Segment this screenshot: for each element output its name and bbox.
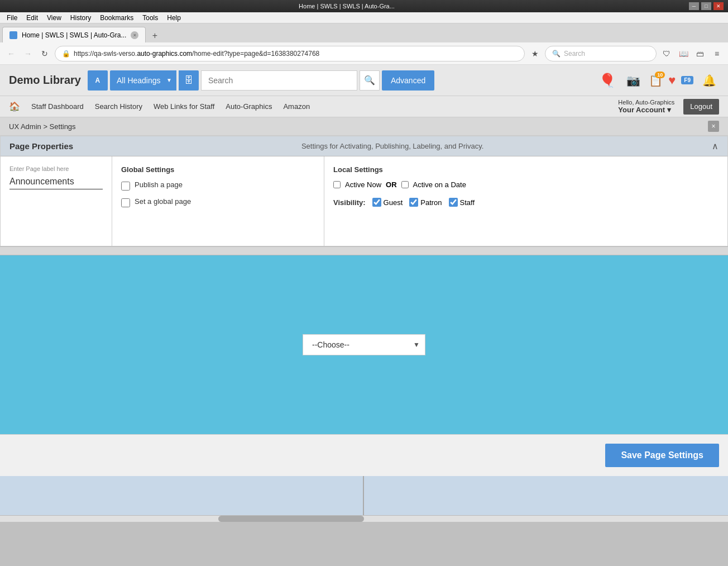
chevron-down-icon: ▾ [667,106,671,114]
browser-tabbar: Home | SWLS | SWLS | Auto-Gra... × + [0,23,728,42]
bell-icon[interactable]: 🔔 [699,70,719,91]
nav-staff-dashboard[interactable]: Staff Dashboard [27,100,88,113]
new-tab-button[interactable]: + [148,29,161,42]
page-properties-title: Page Properties [9,141,73,151]
menu-bookmarks[interactable]: Bookmarks [95,12,138,23]
url-bar[interactable]: 🔒 https://qa-swls-verso.auto-graphics.co… [55,46,525,61]
page-label-hint: Enter Page label here [9,165,103,172]
staff-label: Staff [460,198,475,207]
forward-button[interactable]: → [21,47,35,60]
global-page-checkbox[interactable] [121,198,130,207]
publish-checkbox[interactable] [121,182,130,191]
reload-button[interactable]: ↻ [38,47,51,60]
search-input[interactable] [201,70,357,91]
heart-icon-with-badge[interactable]: ♥ [668,73,676,88]
home-icon[interactable]: 🏠 [9,101,20,112]
bookmark-star-icon[interactable]: ★ [528,47,542,60]
divider-section [0,246,728,255]
staff-checkbox[interactable] [449,198,458,207]
search-placeholder-text: Search [564,50,585,58]
menu-view[interactable]: View [42,12,66,23]
active-on-date-checkbox[interactable] [401,181,409,188]
search-bar[interactable]: 🔍 Search [545,46,657,61]
breadcrumb-close-button[interactable]: × [708,121,719,132]
list-badge: 10 [655,72,665,78]
tab-title: Home | SWLS | SWLS | Auto-Gra... [22,31,126,39]
app-logo: Demo Library [9,74,81,87]
url-prefix: https://qa-swls-verso. [74,50,137,58]
maximize-btn[interactable]: □ [701,2,711,10]
header-icons: 🎈 📷 📋 10 ♥ F9 🔔 [597,70,719,91]
tab-close-icon[interactable]: × [131,31,138,39]
collapse-button[interactable]: ∧ [712,141,719,151]
minimize-btn[interactable]: ─ [689,2,699,10]
browser-menubar: File Edit View History Bookmarks Tools H… [0,12,728,23]
global-settings-title: Global Settings [121,165,315,174]
url-domain: auto-graphics.com [137,50,192,58]
heading-dropdown-wrapper: All Headings Title Author Subject [110,70,176,91]
save-page-settings-button[interactable]: Save Page Settings [605,444,719,467]
your-account-link[interactable]: Your Account ▾ [618,106,674,114]
extensions-icon[interactable]: ≡ [710,47,724,60]
camera-icon[interactable]: 📷 [623,70,643,91]
database-icon[interactable]: 🗄 [179,70,199,91]
heading-icon: A [88,70,108,91]
list-icon-with-badge[interactable]: 📋 10 [649,74,663,87]
guest-checkbox-row: Guest [372,198,403,207]
titlebar-title: Home | SWLS | SWLS | Auto-Gra... [4,3,689,9]
publish-label: Publish a page [135,180,183,189]
scrollbar-thumb[interactable] [218,516,364,522]
menu-edit[interactable]: Edit [22,12,42,23]
app-wrapper: Demo Library A All Headings Title Author… [0,65,728,522]
local-settings-title: Local Settings [333,165,719,174]
advanced-button[interactable]: Advanced [382,70,434,91]
blue-content-area: --Choose-- Option 1 Option 2 Option 3 [0,255,728,434]
page-properties-body: Enter Page label here Global Settings Pu… [1,156,727,246]
security-icon: 🔒 [62,50,70,58]
bottom-panels [0,476,728,515]
nav-auto-graphics[interactable]: Auto-Graphics [221,100,276,113]
guest-checkbox[interactable] [372,198,381,207]
local-settings-section: Local Settings Active Now OR Active on a… [324,156,727,246]
or-text: OR [386,180,397,189]
nav-amazon[interactable]: Amazon [279,100,314,113]
breadcrumb-bar: UX Admin > Settings × [0,117,728,136]
browser-tab-active[interactable]: Home | SWLS | SWLS | Auto-Gra... × [2,27,146,42]
bottom-panel-right [364,476,728,515]
menu-tools[interactable]: Tools [138,12,162,23]
page-properties-panel: Page Properties Settings for Activating,… [0,136,728,246]
close-btn[interactable]: ✕ [713,2,724,10]
menu-history[interactable]: History [66,12,95,23]
f9-badge: F9 [681,76,693,84]
choose-dropdown-wrapper: --Choose-- Option 1 Option 2 Option 3 [303,334,425,355]
reader-view-icon[interactable]: 📖 [677,47,690,60]
app-header: Demo Library A All Headings Title Author… [0,65,728,96]
nav-search-history[interactable]: Search History [90,100,147,113]
menu-help[interactable]: Help [162,12,185,23]
visibility-row: Visibility: Guest Patron Staff [333,198,719,207]
url-path: /home-edit?type=page&d=1638380274768 [192,50,319,58]
app-nav: 🏠 Staff Dashboard Search History Web Lin… [0,96,728,117]
active-now-checkbox[interactable] [333,181,341,188]
heading-dropdown[interactable]: All Headings Title Author Subject [110,70,176,91]
horizontal-scrollbar[interactable] [0,515,728,522]
shield-icon[interactable]: 🛡 [660,47,673,60]
patron-checkbox[interactable] [409,198,418,207]
nav-web-links[interactable]: Web Links for Staff [149,100,219,113]
balloon-icon[interactable]: 🎈 [597,70,617,91]
menu-file[interactable]: File [2,12,22,23]
search-area: A All Headings Title Author Subject 🗄 🔍 … [88,70,591,91]
search-button[interactable]: 🔍 [360,70,380,91]
logout-button[interactable]: Logout [683,99,719,115]
active-row: Active Now OR Active on a Date [333,180,719,189]
main-content: UX Admin > Settings × Page Properties Se… [0,117,728,522]
page-properties-header: Page Properties Settings for Activating,… [1,136,727,156]
page-label-input[interactable] [9,174,103,189]
save-section: Save Page Settings [0,434,728,476]
tab-favicon [9,31,17,39]
global-page-label: Set a global page [135,197,191,206]
pocket-icon[interactable]: 🗃 [693,47,707,60]
back-button[interactable]: ← [4,47,18,60]
choose-dropdown[interactable]: --Choose-- Option 1 Option 2 Option 3 [303,334,425,355]
active-now-label: Active Now [345,180,381,189]
